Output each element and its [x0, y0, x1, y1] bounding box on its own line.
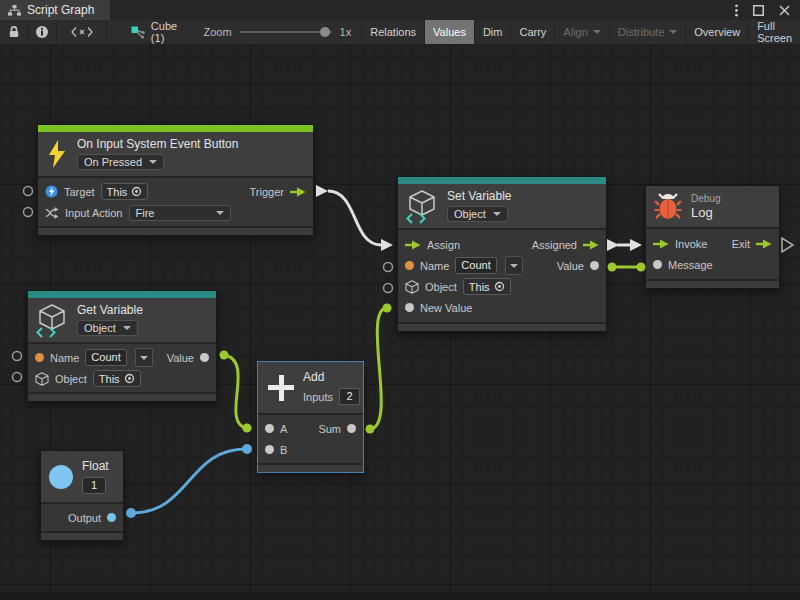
node-rows: Assign Assigned Name Count [398, 228, 606, 322]
node-title: Log [691, 205, 713, 220]
overview-button[interactable]: Overview [686, 20, 749, 44]
new-value-label: New Value [420, 302, 472, 314]
variable-name-field[interactable]: Count [455, 257, 496, 274]
node-title: Float [82, 459, 109, 473]
variable-name-field[interactable]: Count [85, 349, 126, 366]
node-footer [41, 531, 123, 540]
input-system-target-icon [45, 185, 58, 198]
invoke-input-port[interactable] [653, 239, 669, 249]
variable-scope-dropdown[interactable]: Object [447, 206, 508, 222]
tab-script-graph[interactable]: Script Graph [0, 0, 110, 20]
info-icon [35, 25, 49, 39]
assigned-output-port[interactable] [583, 240, 599, 250]
input-action-shuffle-icon [45, 207, 59, 219]
float-output-port[interactable] [107, 513, 116, 522]
dim-button[interactable]: Dim [475, 20, 512, 44]
wire-value-to-message[interactable] [608, 263, 646, 272]
node-header: Set Variable Object [398, 184, 606, 228]
wire-trigger-to-assign[interactable] [316, 185, 393, 251]
trigger-output-port[interactable] [290, 187, 306, 197]
a-input-port[interactable] [265, 424, 274, 433]
output-row: Output [41, 507, 123, 528]
value-output-port[interactable] [590, 261, 599, 270]
node-header: Add Inputs 2 [258, 362, 363, 413]
info-button[interactable] [29, 20, 58, 44]
input-action-dropdown[interactable]: Fire [129, 205, 231, 221]
wire-float-to-add-b[interactable] [126, 444, 252, 518]
node-add[interactable]: Add Inputs 2 A Sum B [257, 361, 364, 473]
values-button[interactable]: Values [425, 20, 475, 44]
wire-add-sum-to-new-value[interactable] [366, 304, 392, 434]
lock-button[interactable] [0, 20, 29, 44]
code-port-button[interactable] [57, 20, 107, 44]
target-picker-icon [494, 281, 505, 292]
assigned-label: Assigned [532, 239, 577, 251]
b-input-port[interactable] [265, 445, 274, 454]
node-header: On Input System Event Button On Pressed [38, 132, 313, 176]
message-row: Message [646, 254, 779, 275]
exit-output-port[interactable] [756, 239, 772, 249]
node-footer [398, 322, 606, 331]
graph-hierarchy-icon [8, 5, 21, 16]
node-float[interactable]: Float 1 Output [40, 450, 124, 541]
graph-breadcrumb[interactable]: Cube (1) [121, 20, 194, 44]
event-type-dropdown[interactable]: On Pressed [77, 154, 164, 170]
name-input-port[interactable] [35, 353, 44, 362]
assign-input-port[interactable] [405, 240, 421, 250]
node-title: Get Variable [77, 303, 143, 317]
zoom-slider-knob[interactable] [320, 27, 330, 37]
relations-button[interactable]: Relations [361, 20, 425, 44]
trigger-label: Trigger [250, 186, 284, 198]
variable-name-dropdown[interactable] [505, 256, 523, 275]
node-get-variable[interactable]: Get Variable Object Name Count Val [27, 290, 217, 402]
lock-icon [7, 25, 21, 39]
close-icon[interactable] [779, 5, 790, 16]
object-label: Object [55, 373, 87, 385]
node-debug-log[interactable]: Debug Log Invoke Exit [645, 185, 780, 289]
new-value-row: New Value [398, 297, 606, 318]
code-port-icon [71, 26, 93, 38]
node-footer [28, 392, 216, 401]
value-label: Value [167, 352, 194, 364]
cube-outline-icon [35, 372, 49, 386]
variable-color-bar [398, 177, 606, 184]
full-screen-button[interactable]: Full Screen [749, 20, 800, 44]
node-on-input-system-event-button[interactable]: On Input System Event Button On Pressed [37, 124, 314, 236]
node-graph-icon [131, 26, 145, 39]
inputs-count-field[interactable]: 2 [339, 388, 360, 405]
float-value-field[interactable]: 1 [82, 477, 106, 494]
zoom-label: Zoom [203, 26, 231, 38]
variable-scope-value: Object [454, 208, 486, 220]
graph-canvas[interactable]: On Input System Event Button On Pressed [0, 44, 800, 600]
align-dropdown[interactable]: Align [555, 20, 609, 44]
node-set-variable[interactable]: Set Variable Object Assign Assigned [397, 176, 607, 332]
new-value-input-port[interactable] [405, 303, 414, 312]
target-this-value: This [107, 186, 128, 198]
name-label: Name [420, 260, 449, 272]
inputs-label: Inputs [303, 391, 333, 403]
node-rows: Target This Trigger [38, 176, 313, 226]
node-header: Get Variable Object [28, 298, 216, 342]
variable-name-dropdown[interactable] [135, 348, 153, 367]
a-row: A Sum [258, 418, 363, 439]
zoom-slider[interactable] [240, 31, 332, 33]
object-this-chip[interactable]: This [463, 278, 511, 295]
wire-assigned-to-invoke[interactable] [607, 239, 642, 251]
chevron-down-icon [593, 30, 601, 34]
value-output-port[interactable] [200, 353, 209, 362]
cube-outline-icon [405, 280, 419, 294]
object-this-chip[interactable]: This [93, 370, 141, 387]
variable-scope-dropdown[interactable]: Object [77, 320, 138, 336]
tab-title: Script Graph [27, 3, 94, 17]
sum-output-port[interactable] [347, 424, 356, 433]
target-this-chip[interactable]: This [101, 183, 149, 200]
kebab-menu-icon[interactable] [735, 4, 738, 17]
relations-label: Relations [370, 26, 416, 38]
message-input-port[interactable] [653, 260, 662, 269]
maximize-icon[interactable] [753, 5, 764, 16]
object-row: Object This [28, 368, 216, 389]
carry-button[interactable]: Carry [511, 20, 555, 44]
distribute-dropdown[interactable]: Distribute [610, 20, 686, 44]
wire-getvariable-to-add-a[interactable] [220, 351, 252, 433]
name-input-port[interactable] [405, 261, 414, 270]
